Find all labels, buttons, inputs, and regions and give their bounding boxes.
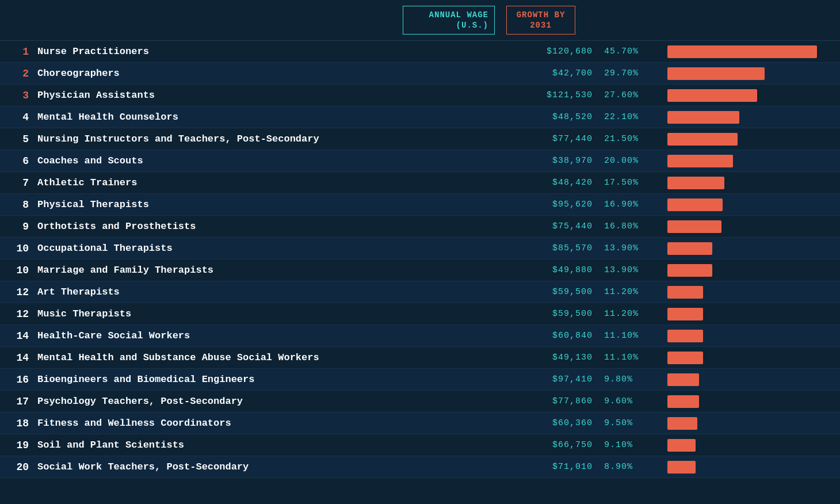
- job-name: Orthotists and Prosthetists: [37, 221, 518, 232]
- bar-container: [662, 89, 834, 102]
- wage: $59,500: [518, 309, 604, 319]
- rank: 5: [6, 133, 37, 145]
- wage: $60,360: [518, 418, 604, 428]
- wage: $95,620: [518, 200, 604, 209]
- wage: $77,440: [518, 134, 604, 144]
- growth-bar: [667, 286, 703, 299]
- table-row: 14 Mental Health and Substance Abuse Soc…: [0, 347, 840, 369]
- growth: 9.10%: [604, 440, 662, 450]
- rank: 14: [6, 352, 37, 364]
- table-row: 3 Physician Assistants $121,530 27.60%: [0, 85, 840, 106]
- job-name: Psychology Teachers, Post-Secondary: [37, 396, 518, 407]
- table-row: 12 Music Therapists $59,500 11.20%: [0, 303, 840, 325]
- growth: 21.50%: [604, 134, 662, 144]
- table-row: 8 Physical Therapists $95,620 16.90%: [0, 194, 840, 216]
- wage: $48,420: [518, 178, 604, 188]
- job-name: Soil and Plant Scientists: [37, 440, 518, 450]
- table-row: 18 Fitness and Wellness Coordinators $60…: [0, 413, 840, 434]
- rank: 18: [6, 418, 37, 429]
- header-growth: GROWTH BY2031: [506, 6, 575, 35]
- bar-container: [662, 352, 834, 364]
- growth-bar: [667, 155, 733, 167]
- header-wage: ANNUAL WAGE(U.S.): [403, 6, 495, 35]
- table-row: 4 Mental Health Counselors $48,520 22.10…: [0, 106, 840, 128]
- bar-container: [662, 220, 834, 233]
- rank: 3: [6, 90, 37, 101]
- job-name: Mental Health and Substance Abuse Social…: [37, 352, 518, 363]
- job-name: Athletic Trainers: [37, 177, 518, 188]
- wage: $48,520: [518, 112, 604, 122]
- growth-bar: [667, 89, 757, 102]
- rank: 8: [6, 199, 37, 211]
- rank: 4: [6, 112, 37, 123]
- bar-container: [662, 111, 834, 124]
- table-row: 7 Athletic Trainers $48,420 17.50%: [0, 172, 840, 194]
- bar-container: [662, 264, 834, 277]
- rank: 16: [6, 374, 37, 385]
- table-row: 16 Bioengineers and Biomedical Engineers…: [0, 369, 840, 391]
- growth: 11.10%: [604, 353, 662, 362]
- growth-bar: [667, 417, 697, 430]
- growth: 22.10%: [604, 112, 662, 122]
- wage: $42,700: [518, 68, 604, 78]
- bar-container: [662, 67, 834, 80]
- growth: 29.70%: [604, 68, 662, 78]
- table-row: 17 Psychology Teachers, Post-Secondary $…: [0, 391, 840, 413]
- job-name: Health-Care Social Workers: [37, 330, 518, 341]
- table-row: 6 Coaches and Scouts $38,970 20.00%: [0, 150, 840, 172]
- growth-bar: [667, 352, 703, 364]
- bar-container: [662, 373, 834, 386]
- growth: 13.90%: [604, 243, 662, 253]
- rank: 10: [6, 243, 37, 254]
- table-row: 19 Soil and Plant Scientists $66,750 9.1…: [0, 434, 840, 456]
- rank: 14: [6, 330, 37, 342]
- growth: 9.80%: [604, 375, 662, 384]
- wage: $75,440: [518, 222, 604, 231]
- rank: 19: [6, 440, 37, 451]
- wage: $97,410: [518, 375, 604, 384]
- rank: 12: [6, 287, 37, 298]
- bar-container: [662, 242, 834, 255]
- job-name: Physician Assistants: [37, 90, 518, 101]
- wage: $121,530: [518, 90, 604, 100]
- job-name: Physical Therapists: [37, 199, 518, 210]
- growth-bar: [667, 373, 699, 386]
- growth: 27.60%: [604, 90, 662, 100]
- rank: 6: [6, 155, 37, 167]
- growth-bar: [667, 45, 817, 58]
- rows-container: 1 Nurse Practitioners $120,680 45.70% 2 …: [0, 41, 840, 478]
- growth-bar: [667, 439, 696, 452]
- wage: $49,130: [518, 353, 604, 362]
- wage: $77,860: [518, 396, 604, 406]
- job-name: Choreographers: [37, 68, 518, 79]
- bar-container: [662, 330, 834, 342]
- job-name: Art Therapists: [37, 287, 518, 297]
- table-row: 2 Choreographers $42,700 29.70%: [0, 63, 840, 85]
- growth-bar: [667, 308, 703, 320]
- growth-bar: [667, 67, 765, 80]
- growth-bar: [667, 133, 738, 146]
- rank: 20: [6, 461, 37, 473]
- main-container: ANNUAL WAGE(U.S.) GROWTH BY2031 1 Nurse …: [0, 0, 840, 478]
- growth-bar: [667, 111, 739, 124]
- rank: 2: [6, 68, 37, 79]
- growth-bar: [667, 242, 712, 255]
- growth: 8.90%: [604, 462, 662, 472]
- bar-container: [662, 45, 834, 58]
- job-name: Bioengineers and Biomedical Engineers: [37, 374, 518, 385]
- table-row: 9 Orthotists and Prosthetists $75,440 16…: [0, 216, 840, 238]
- job-name: Social Work Teachers, Post-Secondary: [37, 461, 518, 472]
- job-name: Marriage and Family Therapists: [37, 265, 518, 276]
- growth-bar: [667, 220, 721, 233]
- bar-container: [662, 286, 834, 299]
- job-name: Music Therapists: [37, 308, 518, 319]
- table-row: 20 Social Work Teachers, Post-Secondary …: [0, 456, 840, 478]
- wage: $38,970: [518, 156, 604, 166]
- growth: 9.50%: [604, 418, 662, 428]
- header-row: ANNUAL WAGE(U.S.) GROWTH BY2031: [0, 0, 840, 41]
- table-row: 12 Art Therapists $59,500 11.20%: [0, 281, 840, 303]
- growth-bar: [667, 198, 723, 211]
- growth: 11.20%: [604, 287, 662, 297]
- growth: 20.00%: [604, 156, 662, 166]
- wage: $71,010: [518, 462, 604, 472]
